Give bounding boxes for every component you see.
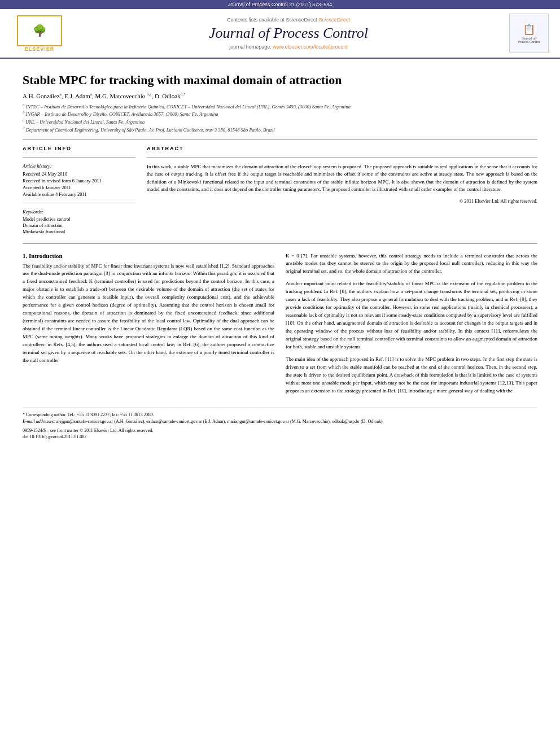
history-label: Article history: (23, 163, 135, 169)
keyword-1: Model predictive control (23, 216, 135, 222)
homepage-url[interactable]: www.elsevier.com/locate/jprocont (273, 44, 348, 50)
journal-logo-box: 📋 Journal ofProcess Control (509, 14, 549, 53)
keyword-3: Minkowski functional (23, 229, 135, 234)
journal-homepage: journal homepage: www.elsevier.com/locat… (68, 44, 509, 50)
copyright-text: © 2011 Elsevier Ltd. All rights reserved… (147, 198, 537, 204)
online-date: Available online 4 February 2011 (23, 191, 135, 197)
intro-title: 1. Introduction (23, 252, 274, 259)
abstract-text: In this work, a stable MPC that maximize… (147, 163, 537, 194)
journal-title: Journal of Process Control (68, 25, 509, 42)
divider-keywords (23, 203, 135, 203)
sciencedirect-link[interactable]: ScienceDirect (319, 17, 351, 23)
email-label: E-mail addresses: (23, 419, 55, 424)
elsevier-logo: 🌳 ELSEVIER (11, 15, 68, 52)
affiliation-d: Department of Chemical Engineering, Univ… (26, 127, 275, 133)
intro-paragraph2: K = 0 [7]. For unstable systems, however… (286, 252, 537, 276)
footnote-issn: 0959-1524/$ – see front matter © 2011 El… (23, 427, 537, 434)
affiliation-a: INTEC – Instituto de Desarrollo Tecnológ… (26, 103, 351, 109)
authors-line: A.H. Gonzáleza, E.J. Adama, M.G. Marcove… (23, 92, 537, 99)
footnote-star: * Corresponding author. Tel.: +55 11 309… (23, 412, 537, 418)
journal-header: 🌳 ELSEVIER Contents lists available at S… (0, 9, 560, 59)
affiliation-c: UNL – Universidad Nacional del Litoral, … (25, 119, 145, 125)
received-date: Received 24 May 2010 (23, 171, 135, 177)
body-left-col: 1. Introduction The feasibility and/or s… (23, 252, 274, 400)
abstract-heading: ABSTRACT (147, 146, 537, 151)
intro-paragraph3: Another important point related to the f… (286, 280, 537, 351)
email-addresses: alejgan@santafe-conicet.gov.ar (A.H. Gon… (56, 419, 384, 424)
article-title: Stable MPC for tracking with maximal dom… (23, 73, 537, 88)
footnote-emails: E-mail addresses: alejgan@santafe-conice… (23, 418, 537, 425)
divider-abstract (147, 157, 537, 158)
intro-paragraph1: The feasibility and/or stability of MPC … (23, 263, 274, 365)
divider-body (23, 243, 537, 244)
article-info-heading: ARTICLE INFO (23, 146, 135, 151)
footnote-doi: doi:10.1016/j.jprocont.2011.01.002 (23, 434, 537, 440)
divider-top (23, 139, 537, 140)
header-center: Contents lists available at ScienceDirec… (68, 17, 509, 50)
footnote-section: * Corresponding author. Tel.: +55 11 309… (23, 408, 537, 440)
sciencedirect-info: Contents lists available at ScienceDirec… (68, 17, 509, 23)
elsevier-label: ELSEVIER (25, 46, 55, 52)
abstract-column: ABSTRACT In this work, a stable MPC that… (147, 146, 537, 235)
accepted-date: Accepted 6 January 2011 (23, 185, 135, 190)
keywords-label: Keywords: (23, 209, 135, 215)
body-section: 1. Introduction The feasibility and/or s… (23, 252, 537, 400)
article-info-column: ARTICLE INFO Article history: Received 2… (23, 146, 135, 235)
info-abstract-section: ARTICLE INFO Article history: Received 2… (23, 146, 537, 235)
divider-info (23, 157, 135, 158)
intro-paragraph4: The main idea of the approach proposed i… (286, 356, 537, 395)
body-right-col: K = 0 [7]. For unstable systems, however… (286, 252, 537, 400)
elsevier-box: 🌳 (17, 15, 62, 46)
journal-logo-icon: 📋 (523, 23, 535, 36)
affiliation-b: INGAR – Instituto de Desarrollo y Diseño… (26, 111, 218, 117)
affiliations: a INTEC – Instituto de Desarrollo Tecnol… (23, 103, 537, 134)
elsevier-tree-icon: 🌳 (33, 24, 47, 37)
journal-citation-bar: Journal of Process Control 21 (2011) 573… (0, 0, 560, 9)
journal-citation-text: Journal of Process Control 21 (2011) 573… (228, 2, 333, 7)
journal-logo-text: Journal ofProcess Control (518, 37, 540, 43)
main-content: Stable MPC for tracking with maximal dom… (0, 59, 560, 448)
keyword-2: Domain of attraction (23, 222, 135, 228)
revised-date: Received in revised form 6 January 2011 (23, 178, 135, 184)
